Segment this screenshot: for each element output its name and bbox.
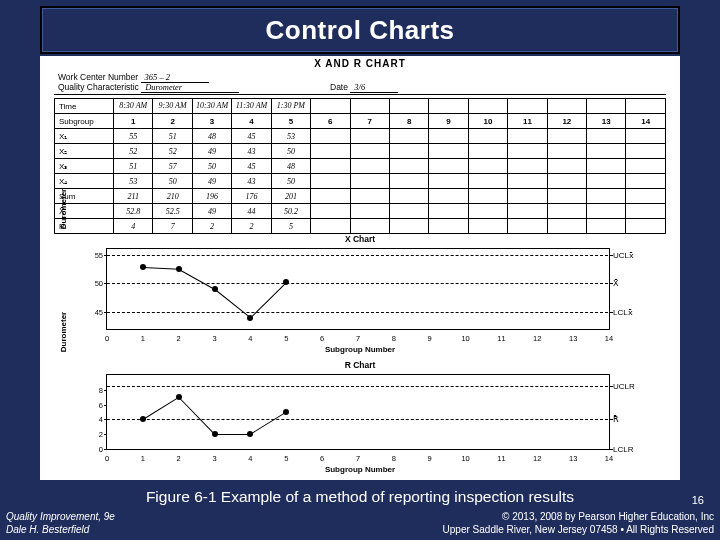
qc-label: Quality Characteristic <box>58 82 139 92</box>
r-chart-block: R Chart Durometer 0246801234567891011121… <box>54 360 666 472</box>
x-chart-ylabel: Durometer <box>59 169 68 249</box>
slide-title: Control Charts <box>266 15 455 46</box>
page-number: 16 <box>692 494 704 506</box>
date-value: 3/6 <box>350 82 398 93</box>
qc-value: Durometer <box>141 82 239 93</box>
header-rule <box>54 94 666 95</box>
figure-caption: Figure 6-1 Example of a method of report… <box>0 488 720 506</box>
wc-label: Work Center Number <box>58 72 138 82</box>
x-chart-title: X Chart <box>54 234 666 244</box>
slide-title-banner: Control Charts <box>40 6 680 54</box>
x-chart-plot: Durometer 45505501234567891011121314UCLx… <box>106 248 610 330</box>
data-table: Time8:30 AM9:30 AM10:30 AM11:30 AM1:30 P… <box>54 98 666 234</box>
r-chart-title: R Chart <box>54 360 666 370</box>
footer-left: Quality Improvement, 9e Dale H. Besterfi… <box>6 510 115 536</box>
data-point <box>283 279 289 285</box>
r-chart-xlabel: Subgroup Number <box>54 465 666 474</box>
sheet-title: X AND R CHART <box>40 58 680 69</box>
data-point <box>283 409 289 415</box>
r-chart-ylabel: Durometer <box>59 292 68 372</box>
date-row: Date 3/6 <box>330 82 398 93</box>
address-line: Upper Saddle River, New Jersey 07458 • A… <box>443 524 714 535</box>
copyright-line: © 2013, 2008 by Pearson Higher Education… <box>502 511 714 522</box>
book-title: Quality Improvement, 9e <box>6 511 115 522</box>
figure-frame: X AND R CHART Work Center Number 365 – 2… <box>40 56 680 480</box>
x-chart-xlabel: Subgroup Number <box>54 345 666 354</box>
footer-right: © 2013, 2008 by Pearson Higher Education… <box>443 510 714 536</box>
r-chart-plot: Durometer 0246801234567891011121314UCLRR… <box>106 374 610 450</box>
book-author: Dale H. Besterfield <box>6 524 89 535</box>
date-label: Date <box>330 82 348 92</box>
x-chart-block: X Chart Durometer 4550550123456789101112… <box>54 234 666 352</box>
quality-char-row: Quality Characteristic Durometer <box>58 82 239 93</box>
